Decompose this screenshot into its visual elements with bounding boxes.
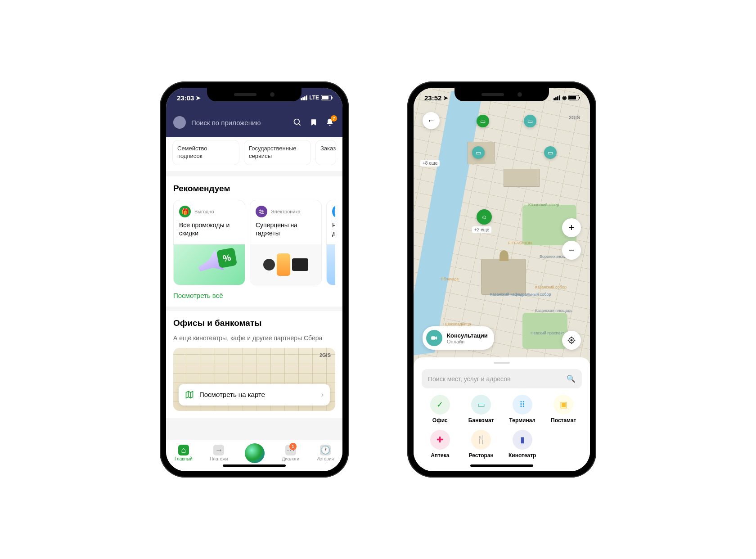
locker-icon: ▣ xyxy=(554,395,573,415)
zoom-in-button[interactable]: + xyxy=(562,218,581,237)
map-pin[interactable]: ▭ xyxy=(477,115,489,127)
tab-assistant[interactable] xyxy=(245,443,265,463)
map-pin[interactable]: ▭ xyxy=(472,146,485,159)
category-grid: ✚Аптека 🍴Ресторан ▮Кинотеатр xyxy=(422,430,582,459)
pin-more-label[interactable]: +8 еще xyxy=(420,160,440,167)
location-arrow-icon: ➤ xyxy=(443,95,448,101)
section-title: Офисы и банкоматы xyxy=(173,318,335,328)
location-arrow-icon: ➤ xyxy=(196,95,201,101)
battery-icon xyxy=(568,95,579,100)
terminal-icon: ⠿ xyxy=(513,395,532,415)
recommend-card[interactable]: PР Работа домом xyxy=(326,200,335,285)
map-poi-label: Казанская площадь xyxy=(535,308,572,313)
avatar[interactable] xyxy=(173,116,186,129)
cat-cinema[interactable]: ▮Кинотеатр xyxy=(504,430,541,459)
atm-icon: ▭ xyxy=(471,395,491,415)
map-pin[interactable]: ▭ xyxy=(544,146,557,159)
gis-logo: 2GIS xyxy=(569,115,580,120)
screen-right: ▭ ▭ ▭ ▭ ☺ +8 еще +2 еще Казанский кафедр… xyxy=(414,88,590,471)
svg-line-1 xyxy=(299,124,301,126)
video-icon xyxy=(426,330,442,346)
cat-terminal[interactable]: ⠿Терминал xyxy=(504,395,541,424)
recommend-card[interactable]: 🛍Электроника Суперцены на гаджеты xyxy=(250,200,322,285)
p-icon: P xyxy=(332,206,335,217)
bell-icon[interactable]: 7 xyxy=(324,117,335,128)
cat-restaurant[interactable]: 🍴Ресторан xyxy=(463,430,500,459)
map-preview[interactable]: 2GIS Посмотреть на карте › xyxy=(173,348,335,411)
sheet-handle[interactable] xyxy=(494,362,510,364)
tab-home[interactable]: ⌂Главный xyxy=(175,445,193,461)
shortcut-card[interactable]: Государственныесервисы xyxy=(244,140,311,165)
notch xyxy=(454,88,549,101)
svg-point-0 xyxy=(294,119,300,125)
phone-right: ▭ ▭ ▭ ▭ ☺ +8 еще +2 еще Казанский кафедр… xyxy=(407,81,596,478)
shortcut-card[interactable]: Семействоподписок xyxy=(172,140,239,165)
gadget-image xyxy=(250,244,321,285)
zoom-out-button[interactable]: − xyxy=(562,241,581,260)
locate-button[interactable] xyxy=(562,331,581,350)
assistant-icon xyxy=(245,443,265,463)
search-field[interactable]: Поиск по приложению xyxy=(191,119,287,126)
pin-more-label[interactable]: +2 еще xyxy=(472,226,491,233)
tab-dialogs[interactable]: ⋯1Диалоги xyxy=(282,445,299,461)
pharmacy-icon: ✚ xyxy=(430,430,450,450)
shortcut-card[interactable]: Заказа xyxy=(315,140,336,165)
status-time: 23:03➤ xyxy=(177,94,201,102)
map-poi-label: Казанский собор xyxy=(535,285,567,289)
notification-badge: 7 xyxy=(331,115,337,122)
notch xyxy=(207,88,302,101)
status-indicators: ◉ xyxy=(554,95,579,101)
bottom-sheet: Поиск мест, услуг и адресов🔍 ✓Офис ▭Банк… xyxy=(414,357,590,471)
recommend-row: 🎁Выгодно Все промокоды и скидки 🛍Электро… xyxy=(173,200,335,285)
section-subtitle: А ещё кинотеатры, кафе и другие партнёры… xyxy=(173,334,335,342)
back-button[interactable]: ← xyxy=(423,112,440,129)
gift-icon: 🎁 xyxy=(179,206,191,217)
search-icon[interactable] xyxy=(292,117,303,128)
search-input[interactable]: Поиск мест, услуг и адресов🔍 xyxy=(422,369,582,388)
status-indicators: LTE xyxy=(301,95,332,101)
battery-icon xyxy=(321,95,332,100)
house-image xyxy=(327,244,335,285)
section-title: Рекомендуем xyxy=(173,184,335,194)
chevron-right-icon: › xyxy=(321,391,324,399)
history-icon: 🕐 xyxy=(320,445,331,455)
phone-left: 23:03➤ LTE Поиск по приложению 7 Семейст… xyxy=(160,81,349,478)
recommend-card[interactable]: 🎁Выгодно Все промокоды и скидки xyxy=(173,200,245,285)
megaphone-icon xyxy=(194,250,224,280)
map-poi-label: Казанский сквер xyxy=(528,203,559,207)
map-icon xyxy=(185,390,194,399)
category-grid: ✓Офис ▭Банкомат ⠿Терминал ▣Постамат xyxy=(422,395,582,424)
view-on-map-button[interactable]: Посмотреть на карте › xyxy=(179,384,330,406)
map-poi-label: Яблочков xyxy=(441,277,459,281)
map-pin-smile[interactable]: ☺ xyxy=(477,209,492,225)
svg-rect-8 xyxy=(431,336,435,340)
map-poi-label: Казанский кафедральный собор xyxy=(490,292,551,297)
cathedral-shape xyxy=(481,259,526,295)
map-pin[interactable]: ▭ xyxy=(524,115,536,127)
map-poi-label: FITFASHION xyxy=(508,241,532,245)
bag-icon: 🛍 xyxy=(256,206,267,217)
promo-image xyxy=(174,244,245,285)
cat-atm[interactable]: ▭Банкомат xyxy=(463,395,500,424)
network-label: LTE xyxy=(309,95,319,101)
recommend-section: Рекомендуем 🎁Выгодно Все промокоды и ски… xyxy=(166,176,342,307)
signal-icon xyxy=(301,95,307,100)
map-poi-label: Невский проспект xyxy=(531,331,564,335)
consult-chip[interactable]: КонсультацииОнлайн xyxy=(423,326,494,350)
cat-office[interactable]: ✓Офис xyxy=(422,395,459,424)
see-all-link[interactable]: Посмотреть всё xyxy=(173,292,335,299)
map-poi-label: Шоколадница xyxy=(445,322,471,326)
tab-payments[interactable]: →Платежи xyxy=(210,445,228,461)
restaurant-icon: 🍴 xyxy=(471,430,491,450)
cat-locker[interactable]: ▣Постамат xyxy=(545,395,582,424)
tab-history[interactable]: 🕐История xyxy=(316,445,334,461)
signal-icon xyxy=(554,95,560,100)
payments-icon: → xyxy=(213,445,224,455)
cinema-icon: ▮ xyxy=(513,430,532,450)
gis-logo: 2GIS xyxy=(320,352,331,358)
bookmark-icon[interactable] xyxy=(308,117,319,128)
cat-pharmacy[interactable]: ✚Аптека xyxy=(422,430,459,459)
home-icon: ⌂ xyxy=(178,445,189,455)
svg-point-3 xyxy=(571,339,572,341)
main-content: Семействоподписок Государственныесервисы… xyxy=(166,137,342,440)
